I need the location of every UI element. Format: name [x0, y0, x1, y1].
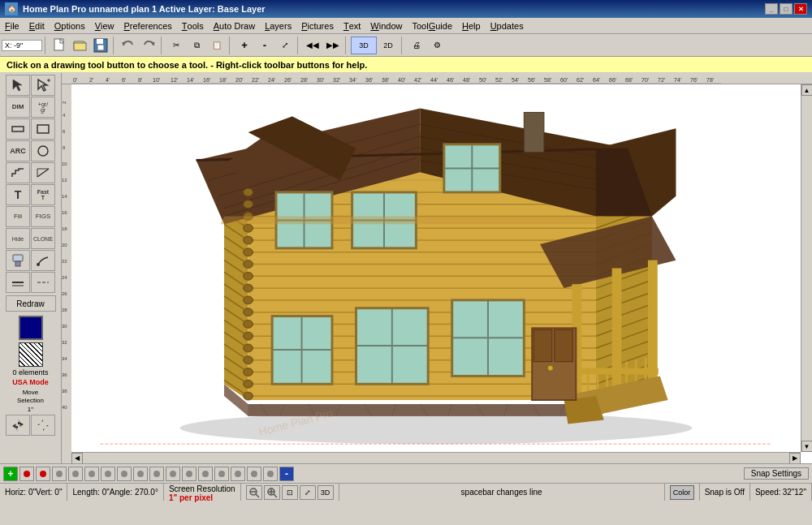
svg-text:56': 56'	[528, 77, 535, 83]
maximize-button[interactable]: □	[780, 3, 793, 15]
arrow-right-button[interactable]: ▶▶	[323, 37, 343, 54]
line-tool[interactable]	[6, 118, 30, 140]
cut-button[interactable]: ✂	[166, 37, 186, 54]
zoom-fit-status[interactable]: ⤢	[300, 485, 316, 500]
snap-dot-3[interactable]	[52, 467, 67, 481]
snap-dot-10[interactable]	[166, 467, 180, 481]
menu-window[interactable]: Window	[365, 18, 407, 33]
menu-help[interactable]: Help	[457, 18, 486, 33]
drawing-canvas[interactable]: Home Plan Pro	[71, 84, 801, 452]
menu-autodraw[interactable]: Auto Draw	[209, 18, 260, 33]
grid-swatch[interactable]	[19, 342, 43, 367]
zoom-in-button[interactable]: +	[235, 37, 254, 54]
settings-button[interactable]: ⚙	[427, 37, 447, 54]
scroll-left-arrow[interactable]: ◀	[71, 453, 83, 464]
save-button[interactable]	[91, 37, 110, 54]
svg-text:36': 36'	[365, 77, 373, 83]
arc-tool[interactable]: ARC	[6, 140, 30, 161]
stair2-tool[interactable]	[31, 162, 55, 183]
menu-preferences[interactable]: Preferences	[119, 18, 177, 33]
tool-row-move	[6, 415, 55, 436]
snap-dot-7[interactable]	[117, 467, 132, 481]
zoom-reset-status[interactable]: ⊡	[282, 485, 298, 500]
snap-dot-2[interactable]	[36, 467, 50, 481]
figs-tool[interactable]: FIGS	[31, 206, 55, 227]
menu-edit[interactable]: Edit	[24, 18, 50, 33]
scroll-down-arrow[interactable]: ▼	[801, 441, 813, 452]
menu-tools[interactable]: Tools	[177, 18, 209, 33]
usa-mode[interactable]: USA Mode	[12, 378, 49, 386]
snap-dot-13[interactable]	[214, 467, 229, 481]
menu-text[interactable]: Text	[339, 18, 365, 33]
redraw-button[interactable]: Redraw	[6, 295, 56, 312]
menu-view[interactable]: View	[90, 18, 119, 33]
menu-toolguide[interactable]: Tool Guide	[407, 18, 457, 33]
menu-pictures[interactable]: Pictures	[296, 18, 339, 33]
copy-button[interactable]: ⧉	[187, 37, 206, 54]
remove-snap-button[interactable]: -	[279, 467, 294, 481]
menu-layers[interactable]: Layers	[260, 18, 296, 33]
text-tool[interactable]: T	[6, 184, 30, 205]
snap-dot-12[interactable]	[198, 467, 213, 481]
snap-dot-4[interactable]	[68, 467, 83, 481]
dim-tool[interactable]: DIM	[6, 97, 30, 118]
circle-tool[interactable]	[31, 140, 55, 161]
zoom-out-button[interactable]: -	[255, 37, 274, 54]
view-btn2[interactable]: 2D	[378, 37, 399, 54]
color-swatch[interactable]	[19, 316, 43, 340]
zoom-fit-button[interactable]: ⤢	[275, 37, 295, 54]
scrollbar-bottom[interactable]: ◀ ▶	[71, 452, 801, 463]
menu-options[interactable]: Options	[50, 18, 90, 33]
snap-dot-11[interactable]	[182, 467, 197, 481]
arrow-left-button[interactable]: ◀◀	[303, 37, 322, 54]
line3-tool[interactable]	[31, 272, 55, 293]
clone-tool[interactable]: CLONE	[31, 228, 55, 249]
minimize-button[interactable]: _	[765, 3, 778, 15]
move-tool[interactable]	[6, 415, 30, 436]
line2-tool[interactable]	[6, 272, 30, 293]
rect-tool[interactable]	[31, 118, 55, 140]
close-button[interactable]: ✕	[794, 3, 807, 15]
open-button[interactable]	[71, 37, 90, 54]
snap-dot-5[interactable]	[84, 467, 99, 481]
brush-tool[interactable]	[6, 250, 30, 271]
snap-dot-14[interactable]	[231, 467, 245, 481]
add-snap-button[interactable]: +	[3, 467, 18, 481]
snap-dot-8[interactable]	[133, 467, 148, 481]
canvas-area[interactable]: 0' 2' 4' 6' 8' 10' 12' 14' 16' 18' 20' 2…	[62, 73, 812, 463]
paste-button[interactable]: 📋	[207, 37, 227, 54]
menu-file[interactable]: File	[0, 18, 24, 33]
stair1-tool[interactable]	[6, 162, 30, 183]
scroll-right-arrow[interactable]: ▶	[789, 453, 801, 464]
select-tool[interactable]	[6, 75, 30, 96]
menu-updates[interactable]: Updates	[486, 18, 529, 33]
redo-button[interactable]	[139, 37, 158, 54]
snap-dot-16[interactable]	[263, 467, 278, 481]
move2-tool[interactable]	[31, 415, 55, 436]
zoom-out-status[interactable]	[246, 485, 262, 500]
snap-dot-6[interactable]	[101, 467, 115, 481]
color-button[interactable]: Color	[670, 485, 694, 500]
scrollbar-right[interactable]: ▲ ▼	[801, 84, 812, 452]
print-button[interactable]: 🖨	[407, 37, 426, 54]
color-section[interactable]: Color	[665, 484, 700, 501]
scroll-up-arrow[interactable]: ▲	[801, 84, 813, 96]
fill-tool[interactable]: Fill	[6, 206, 30, 227]
svg-text:44': 44'	[430, 77, 438, 83]
snap-dot-1[interactable]	[19, 467, 34, 481]
measure-tool[interactable]	[31, 250, 55, 271]
3d-view-button[interactable]: 3D	[351, 37, 377, 54]
svg-text:38': 38'	[382, 77, 389, 83]
snap-dot-9[interactable]	[149, 467, 164, 481]
fasttext-tool[interactable]: FastT	[31, 184, 55, 205]
snap-dot-15[interactable]	[247, 467, 261, 481]
dim2-tool[interactable]: +gr/gr	[31, 97, 55, 118]
select2-tool[interactable]	[31, 75, 55, 96]
undo-button[interactable]	[119, 37, 138, 54]
svg-text:24: 24	[62, 275, 67, 280]
snap-settings-button[interactable]: Snap Settings	[744, 467, 809, 480]
new-button[interactable]	[50, 37, 70, 54]
hide-tool[interactable]: Hide	[6, 228, 30, 249]
zoom-3d-status[interactable]: 3D	[317, 485, 334, 500]
zoom-in-status[interactable]	[264, 485, 280, 500]
